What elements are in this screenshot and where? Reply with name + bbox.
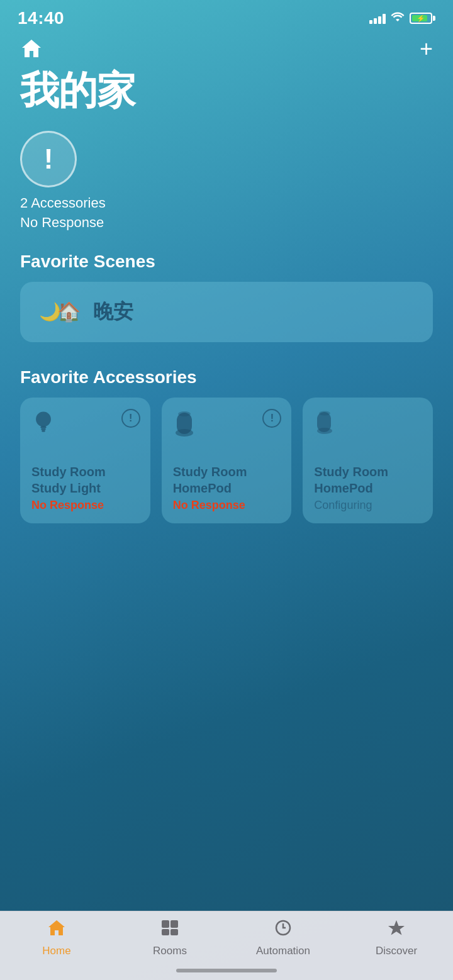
automation-tab-icon [274,919,293,941]
svg-rect-13 [171,929,178,935]
warning-exclaim-icon: ! [44,145,53,173]
svg-rect-11 [171,920,178,928]
accessory-info: Study Room HomePod Configuring [314,464,423,512]
home-indicator [176,969,277,972]
accessory-name: Study Room HomePod [173,464,282,496]
accessories-warning: ! 2 Accessories No Response [0,117,453,233]
accessory-card-homepod-2[interactable]: Study Room HomePod Configuring [303,398,433,523]
add-button[interactable]: + [420,38,433,60]
accessory-card-homepod-1[interactable]: ! Study Room HomePod No Response [162,398,292,523]
rooms-tab-icon [160,919,179,941]
svg-rect-10 [162,920,169,928]
home-icon [20,38,43,62]
tab-rooms[interactable]: Rooms [113,919,226,957]
battery-icon: ⚡ [410,13,435,24]
tab-home[interactable]: Home [0,919,113,957]
accessory-name: Study Room Study Light [31,464,140,496]
tab-discover-label: Discover [376,945,417,957]
bulb-icon [31,409,55,439]
svg-rect-12 [162,929,169,935]
tab-rooms-label: Rooms [153,945,187,957]
svg-rect-2 [41,428,45,430]
accessories-grid: ! Study Room Study Light No Response ! [0,398,453,523]
accessory-status: No Response [31,499,140,512]
favorite-scenes-title: Favorite Scenes [0,233,453,282]
svg-rect-1 [40,426,46,428]
svg-marker-15 [388,920,405,935]
accessory-warning-badge: ! [262,409,281,428]
status-bar: 14:40 ⚡ [0,0,453,31]
wifi-icon [391,11,405,25]
accessories-count-label: 2 Accessories No Response [20,194,106,233]
accessory-card-study-light[interactable]: ! Study Room Study Light No Response [20,398,150,523]
accessory-name: Study Room HomePod [314,464,423,496]
header: + [0,31,453,62]
svg-point-0 [36,411,51,426]
accessory-status: No Response [173,499,282,512]
tab-automation[interactable]: Automation [226,919,340,957]
warning-circle[interactable]: ! [20,131,77,187]
accessory-status: Configuring [314,499,423,512]
svg-rect-3 [42,430,45,432]
svg-point-6 [178,411,191,416]
tab-discover[interactable]: Discover [340,919,453,957]
signal-icon [369,13,386,24]
scene-icon: 🌙 🏠 [39,301,81,323]
accessory-card-top: ! [173,409,282,440]
scene-name: 晚安 [93,298,133,326]
status-icons: ⚡ [369,11,435,25]
tab-home-label: Home [42,945,70,957]
accessory-warning-badge: ! [121,409,140,428]
accessory-info: Study Room Study Light No Response [31,464,140,512]
home-tab-icon [47,919,66,941]
tab-bar: Home Rooms Automation Discover [0,911,453,980]
scene-card-goodnight[interactable]: 🌙 🏠 晚安 [20,282,433,342]
svg-point-9 [319,411,330,415]
accessory-info: Study Room HomePod No Response [173,464,282,512]
accessory-card-top: ! [31,409,140,439]
favorite-accessories-title: Favorite Accessories [0,342,453,398]
homepod-icon-small [314,409,335,438]
status-time: 14:40 [18,8,64,28]
homepod-icon [173,409,196,440]
tab-automation-label: Automation [256,945,310,957]
discover-tab-icon [387,919,406,941]
accessory-card-top [314,409,423,438]
page-title: 我的家 [0,62,453,117]
